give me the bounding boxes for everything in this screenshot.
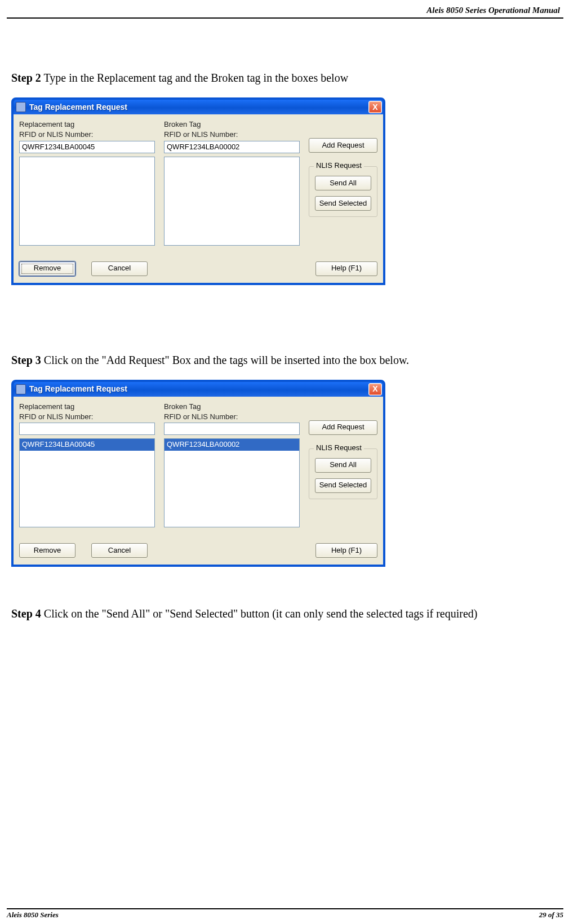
replacement-label-2: RFID or NLIS Number:: [19, 130, 155, 139]
step4-bold: Step 4: [11, 607, 41, 620]
replacement-listbox[interactable]: [19, 157, 155, 246]
send-all-button[interactable]: Send All: [315, 458, 371, 473]
close-icon[interactable]: X: [368, 101, 382, 113]
close-icon[interactable]: X: [368, 383, 382, 396]
broken-label-2: RFID or NLIS Number:: [164, 130, 300, 139]
window-title: Tag Replacement Request: [29, 384, 368, 394]
footer-right: 29 of 35: [539, 910, 563, 919]
broken-label-2: RFID or NLIS Number:: [164, 412, 300, 421]
send-all-button[interactable]: Send All: [315, 176, 371, 190]
replacement-input[interactable]: [19, 141, 155, 153]
footer-rule: [7, 908, 563, 909]
broken-input[interactable]: [164, 423, 300, 435]
help-button[interactable]: Help (F1): [315, 261, 377, 276]
broken-listbox[interactable]: QWRF1234LBA00002: [164, 438, 300, 527]
dialog-screenshot-2: Tag Replacement Request X Replacement ta…: [11, 380, 385, 567]
cancel-button[interactable]: Cancel: [91, 261, 148, 276]
list-item[interactable]: QWRF1234LBA00002: [165, 439, 299, 451]
send-selected-button[interactable]: Send Selected: [315, 478, 371, 493]
broken-listbox[interactable]: [164, 157, 300, 246]
remove-button[interactable]: Remove: [19, 543, 75, 558]
replacement-listbox[interactable]: QWRF1234LBA00045: [19, 438, 155, 527]
help-button[interactable]: Help (F1): [315, 543, 377, 558]
dialog-screenshot-1: Tag Replacement Request X Replacement ta…: [11, 97, 385, 285]
send-selected-button[interactable]: Send Selected: [315, 196, 371, 211]
step2-bold: Step 2: [11, 72, 41, 84]
step3-text: Click on the "Add Request" Box and the t…: [41, 354, 409, 366]
step3-bold: Step 3: [11, 354, 41, 366]
remove-button[interactable]: Remove: [19, 261, 75, 276]
replacement-label-1: Replacement tag: [19, 402, 155, 411]
broken-label-1: Broken Tag: [164, 402, 300, 411]
step4-text: Click on the "Send All" or "Send Selecte…: [41, 607, 478, 620]
window-title: Tag Replacement Request: [29, 102, 368, 112]
app-icon: [16, 384, 26, 394]
replacement-label-2: RFID or NLIS Number:: [19, 412, 155, 421]
add-request-button[interactable]: Add Request: [309, 420, 377, 435]
list-item[interactable]: QWRF1234LBA00045: [20, 439, 154, 451]
add-request-button[interactable]: Add Request: [309, 138, 377, 153]
step4-line: Step 4 Click on the "Send All" or "Send …: [11, 606, 559, 621]
cancel-button[interactable]: Cancel: [91, 543, 148, 558]
broken-input[interactable]: [164, 141, 300, 153]
titlebar: Tag Replacement Request X: [14, 100, 383, 114]
page-header-right: Aleis 8050 Series Operational Manual: [7, 6, 563, 15]
step2-line: Step 2 Type in the Replacement tag and t…: [11, 70, 559, 85]
nlis-request-legend: NLIS Request: [314, 161, 364, 171]
step2-text: Type in the Replacement tag and the Brok…: [41, 72, 348, 84]
app-icon: [16, 102, 26, 112]
nlis-request-legend: NLIS Request: [314, 443, 364, 453]
titlebar: Tag Replacement Request X: [14, 382, 383, 397]
replacement-label-1: Replacement tag: [19, 120, 155, 129]
broken-label-1: Broken Tag: [164, 120, 300, 129]
replacement-input[interactable]: [19, 423, 155, 435]
step3-line: Step 3 Click on the "Add Request" Box an…: [11, 353, 559, 367]
footer-left: Aleis 8050 Series: [7, 910, 59, 919]
